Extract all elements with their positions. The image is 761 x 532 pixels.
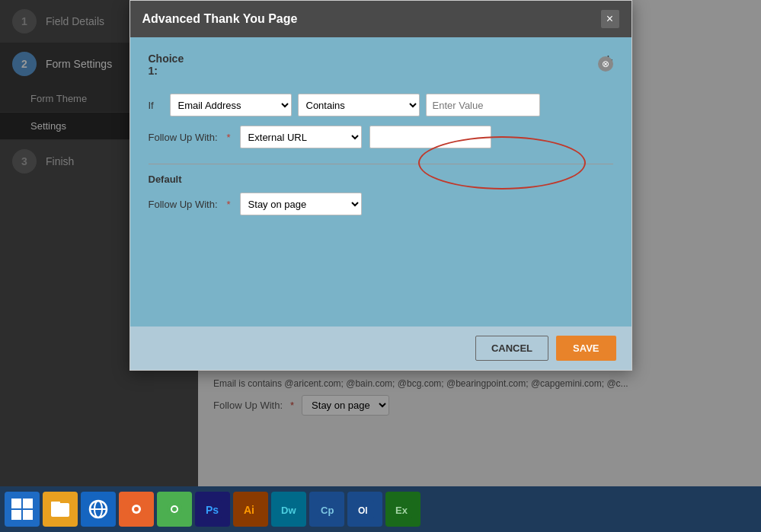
default-follow-up-row: Follow Up With: * Stay on page External … <box>149 193 613 215</box>
modal-body: + Choice 1: ⊗ If Email Address First Nam… <box>130 37 632 327</box>
modal-header: Advanced Thank You Page × <box>130 1 632 37</box>
captivate-button[interactable]: Cp <box>309 492 344 527</box>
firefox-button[interactable] <box>119 492 154 527</box>
svg-point-11 <box>134 507 139 511</box>
svg-rect-4 <box>51 503 69 517</box>
choice-if-row: If Email Address First Name Last Name Co… <box>149 94 613 116</box>
modal-close-button[interactable]: × <box>601 10 619 28</box>
default-follow-up-label: Follow Up With: <box>149 199 218 210</box>
external-url-select[interactable]: External URL Stay on page <box>240 126 362 148</box>
field-select[interactable]: Email Address First Name Last Name <box>170 94 292 116</box>
internet-explorer-button[interactable] <box>81 492 116 527</box>
illustrator-button[interactable]: Ai <box>233 492 268 527</box>
choice-follow-up-row: Follow Up With: * External URL Stay on p… <box>149 126 613 148</box>
choice-label: Choice 1: <box>149 53 194 77</box>
url-input[interactable] <box>369 126 491 148</box>
excel-button[interactable]: Ex <box>385 492 420 527</box>
photoshop-button[interactable]: Ps <box>195 492 230 527</box>
svg-point-14 <box>172 507 177 511</box>
svg-rect-3 <box>23 510 33 520</box>
file-explorer-button[interactable] <box>43 492 78 527</box>
choice-remove-button[interactable]: ⊗ <box>598 56 613 72</box>
windows-start-button[interactable] <box>5 492 40 527</box>
svg-rect-1 <box>23 499 33 508</box>
modal-footer: CANCEL SAVE <box>130 327 632 370</box>
svg-text:Cp: Cp <box>321 505 334 516</box>
svg-text:Dw: Dw <box>281 505 296 516</box>
value-input[interactable] <box>426 94 540 116</box>
svg-rect-5 <box>51 502 60 505</box>
dreamweaver-button[interactable]: Dw <box>271 492 306 527</box>
divider <box>149 164 613 164</box>
svg-text:Ol: Ol <box>358 505 368 516</box>
if-label: If <box>149 100 164 111</box>
svg-rect-0 <box>11 499 21 508</box>
default-label: Default <box>149 174 613 185</box>
cancel-button[interactable]: CANCEL <box>475 336 548 361</box>
condition-select[interactable]: Contains Equals Starts With <box>298 94 420 116</box>
modal-dialog: Advanced Thank You Page × + Choice 1: ⊗ … <box>129 0 632 371</box>
required-star-1: * <box>227 132 231 143</box>
modal-overlay: Advanced Thank You Page × + Choice 1: ⊗ … <box>0 0 761 486</box>
taskbar: Ps Ai Dw Cp Ol <box>0 486 761 532</box>
svg-text:Ex: Ex <box>395 505 408 516</box>
default-stay-select[interactable]: Stay on page External URL <box>240 193 362 215</box>
chrome-button[interactable] <box>157 492 192 527</box>
outlook-button[interactable]: Ol <box>347 492 382 527</box>
svg-rect-2 <box>11 510 21 520</box>
svg-text:Ps: Ps <box>206 504 219 516</box>
choice-follow-up-label: Follow Up With: <box>149 132 218 143</box>
save-button[interactable]: SAVE <box>556 336 616 361</box>
modal-title: Advanced Thank You Page <box>142 12 298 26</box>
svg-text:Ai: Ai <box>244 504 254 516</box>
required-star-2: * <box>227 199 231 210</box>
background: 1 Field Details 2 Form Settings Form The… <box>0 0 761 532</box>
